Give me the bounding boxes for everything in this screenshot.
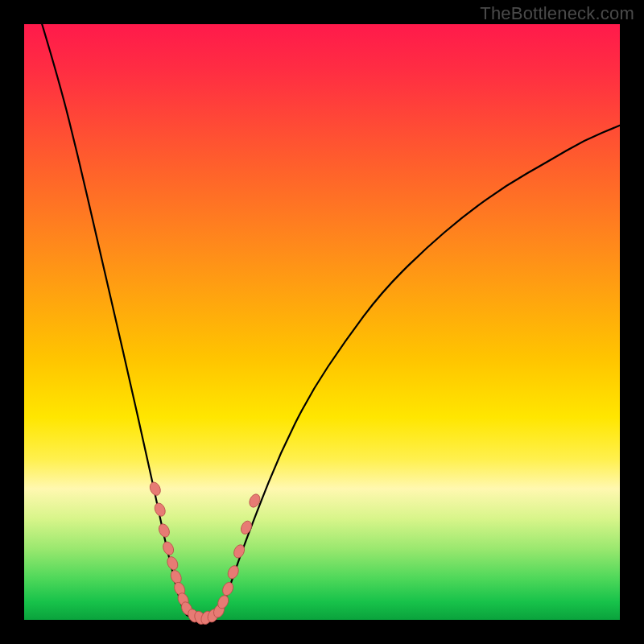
chart-frame: TheBottleneck.com <box>0 0 644 644</box>
bead-marker <box>165 555 180 571</box>
bead-marker <box>148 481 163 497</box>
bead-marker <box>221 580 235 597</box>
bead-marker <box>157 522 171 539</box>
bead-marker <box>226 564 241 580</box>
plot-area <box>24 24 620 620</box>
bottleneck-curve <box>42 24 620 619</box>
bead-marker <box>161 540 175 556</box>
curve-svg <box>24 24 620 620</box>
bead-marker <box>239 519 254 535</box>
bead-marker <box>153 502 167 518</box>
bead-group <box>148 481 262 626</box>
watermark-text: TheBottleneck.com <box>480 3 634 24</box>
